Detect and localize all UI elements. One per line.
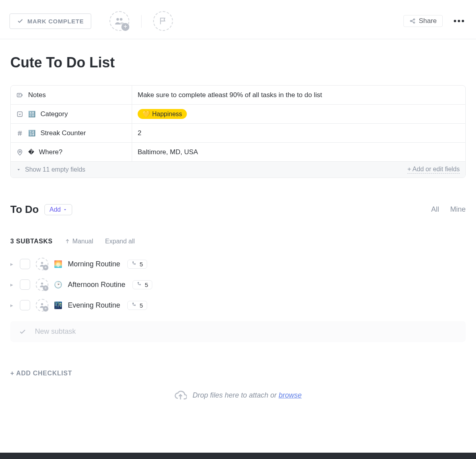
task-row[interactable]: ▸ + 🌃 Evening Routine 5 [10,295,466,316]
text-field-icon [16,92,23,99]
location-field-icon [16,149,23,156]
svg-point-20 [41,262,43,264]
caret-down-icon [16,167,21,172]
svg-point-1 [120,18,123,21]
svg-marker-17 [17,169,20,171]
attachment-drop-zone[interactable]: Drop files here to attach or browse [0,377,476,409]
task-list: ▸ + 🌅 Morning Routine 5 ▸ + 🕑 Afternoon … [0,252,476,316]
caret-down-icon [63,208,67,212]
field-value[interactable]: 💛 Happiness [132,105,465,123]
share-label: Share [419,17,437,25]
custom-fields: Notes Make sure to complete atleast 90% … [10,85,466,178]
svg-point-26 [41,303,43,305]
divider [141,15,142,28]
task-name: Evening Routine [68,301,120,310]
browse-link[interactable]: browse [279,391,302,399]
add-edit-fields[interactable]: + Add or edit fields [407,166,460,174]
fields-footer: Show 11 empty fields + Add or edit field… [11,162,465,178]
more-button[interactable] [451,17,466,25]
arrow-up-icon [65,239,70,244]
subtask-count-badge[interactable]: 5 [127,260,147,269]
number-field-icon [16,130,23,137]
add-checklist-button[interactable]: + ADD CHECKLIST [0,342,476,377]
svg-point-16 [19,151,21,152]
svg-point-28 [134,305,135,306]
chevron-right-icon[interactable]: ▸ [10,261,14,267]
share-icon [409,18,416,24]
subtask-count-badge[interactable]: 5 [127,301,147,310]
svg-rect-7 [17,93,21,97]
section-header: To Do Add All Mine [0,178,476,220]
field-row-category: 🔠 Category 💛 Happiness [11,105,465,124]
filter-all[interactable]: All [431,205,439,214]
svg-line-6 [411,21,413,23]
svg-point-22 [134,264,135,264]
subtasks-meta: 3 SUBTASKS Manual Expand all [0,220,476,252]
plus-icon: + [43,265,48,270]
dropdown-field-icon [16,111,23,118]
flag-icon [159,17,167,25]
subtask-count-badge[interactable]: 5 [132,280,152,289]
field-emoji: 🔢 [28,130,36,137]
category-pill: 💛 Happiness [138,109,187,119]
field-label: � Where? [11,143,132,161]
drop-zone-text: Drop files here to attach or browse [192,391,301,400]
field-value[interactable]: Make sure to complete atleast 90% of all… [132,86,465,104]
assignee-button[interactable]: + [36,278,48,291]
task-name: Afternoon Routine [68,281,125,289]
field-label: Notes [11,86,132,104]
chevron-right-icon[interactable]: ▸ [10,281,14,288]
mark-complete-label: MARK COMPLETE [27,18,84,25]
chevron-right-icon[interactable]: ▸ [10,302,14,308]
filter-mine[interactable]: Mine [450,205,466,214]
assignees-button[interactable]: + [109,11,129,31]
add-dropdown[interactable]: Add [44,204,72,215]
show-empty-fields[interactable]: Show 11 empty fields [16,166,85,173]
svg-rect-11 [17,112,22,117]
svg-point-23 [41,283,43,285]
subtask-icon [132,302,137,308]
check-icon [17,18,23,24]
plus-icon: + [43,285,48,291]
section-title: To Do [10,203,39,216]
svg-marker-18 [64,209,66,210]
check-icon [19,328,26,335]
field-value[interactable]: Baltimore, MD, USA [132,143,465,161]
field-value[interactable]: 2 [132,124,465,142]
svg-line-15 [21,131,21,136]
task-checkbox[interactable] [20,259,30,269]
task-emoji: 🌃 [54,301,62,310]
task-emoji: 🕑 [54,281,62,289]
field-emoji: 🔠 [28,111,36,118]
task-row[interactable]: ▸ + 🕑 Afternoon Routine 5 [10,274,466,295]
sort-button[interactable]: Manual [65,238,93,245]
field-label: 🔢 Streak Counter [11,124,132,142]
cloud-upload-icon [174,389,187,402]
svg-point-25 [140,284,140,285]
field-label: 🔠 Category [11,105,132,123]
task-row[interactable]: ▸ + 🌅 Morning Routine 5 [10,254,466,274]
bottom-bar [0,453,476,459]
task-name: Morning Routine [68,260,120,268]
new-subtask-input[interactable]: New subtask [10,321,466,342]
subtasks-count: 3 SUBTASKS [10,238,53,245]
svg-line-5 [411,20,413,21]
task-emoji: 🌅 [54,260,62,268]
subtask-icon [132,261,137,267]
field-row-where: � Where? Baltimore, MD, USA [11,143,465,162]
assignee-button[interactable]: + [36,258,48,270]
page-title[interactable]: Cute To Do List [0,39,476,83]
task-checkbox[interactable] [20,300,30,310]
share-button[interactable]: Share [403,15,443,27]
subtask-icon [137,282,142,287]
toolbar: MARK COMPLETE + Share [0,0,476,39]
new-subtask-placeholder: New subtask [35,327,76,336]
priority-button[interactable] [153,11,173,31]
expand-all[interactable]: Expand all [105,238,135,245]
mark-complete-button[interactable]: MARK COMPLETE [10,13,91,29]
svg-point-0 [117,18,119,21]
plus-icon: + [43,306,48,312]
assignee-button[interactable]: + [36,299,48,312]
task-checkbox[interactable] [20,279,30,290]
field-row-streak: 🔢 Streak Counter 2 [11,124,465,143]
